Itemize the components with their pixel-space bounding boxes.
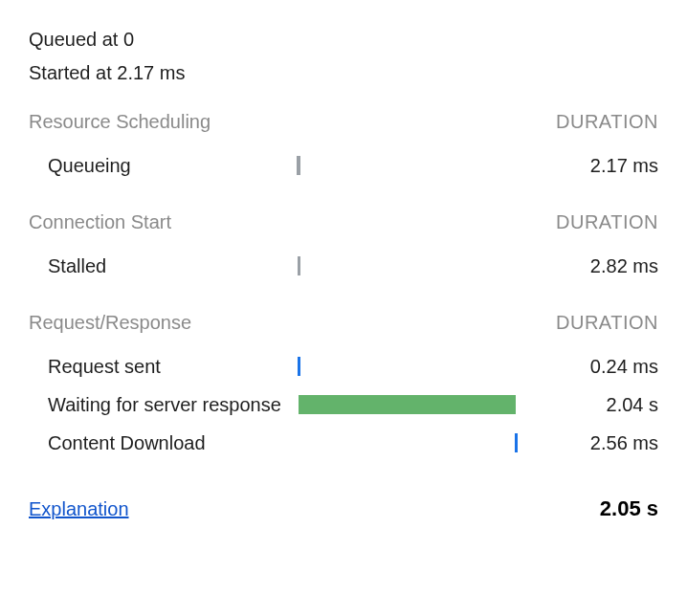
stalled-label: Stalled <box>29 255 297 277</box>
section-title: Request/Response <box>29 312 191 334</box>
section-header: Resource Scheduling DURATION <box>29 111 658 133</box>
explanation-link[interactable]: Explanation <box>29 498 129 520</box>
section-title: Resource Scheduling <box>29 111 211 133</box>
request-sent-label: Request sent <box>29 356 297 378</box>
stalled-bar-area <box>297 253 553 279</box>
duration-column-header: DURATION <box>556 111 658 133</box>
started-at: Started at 2.17 ms <box>29 62 658 84</box>
resource-scheduling-section: Resource Scheduling DURATION Queueing 2.… <box>29 111 658 185</box>
timing-header: Queued at 0 Started at 2.17 ms <box>29 29 658 84</box>
connection-start-section: Connection Start DURATION Stalled 2.82 m… <box>29 211 658 285</box>
waiting-row: Waiting for server response 2.04 s <box>29 385 658 424</box>
content-download-value: 2.56 ms <box>553 432 658 454</box>
duration-column-header: DURATION <box>556 312 658 334</box>
request-sent-value: 0.24 ms <box>553 356 658 378</box>
queueing-bar <box>297 156 300 175</box>
queueing-value: 2.17 ms <box>553 155 658 177</box>
request-response-section: Request/Response DURATION Request sent 0… <box>29 312 658 462</box>
section-title: Connection Start <box>29 211 171 233</box>
request-sent-bar-area <box>297 353 553 380</box>
content-download-bar <box>515 433 518 452</box>
section-header: Connection Start DURATION <box>29 211 658 233</box>
queued-at: Queued at 0 <box>29 29 658 51</box>
content-download-label: Content Download <box>29 432 297 454</box>
content-download-bar-area <box>297 429 553 456</box>
duration-column-header: DURATION <box>556 211 658 233</box>
stalled-row: Stalled 2.82 ms <box>29 247 658 285</box>
stalled-value: 2.82 ms <box>553 255 658 277</box>
queueing-bar-area <box>297 152 553 179</box>
stalled-bar <box>298 256 300 275</box>
section-header: Request/Response DURATION <box>29 312 658 334</box>
content-download-row: Content Download 2.56 ms <box>29 424 658 462</box>
waiting-bar <box>299 395 517 414</box>
waiting-label: Waiting for server response <box>29 394 297 416</box>
footer: Explanation 2.05 s <box>29 496 658 521</box>
waiting-bar-area <box>297 391 553 418</box>
request-sent-row: Request sent 0.24 ms <box>29 347 658 385</box>
queueing-label: Queueing <box>29 155 297 177</box>
waiting-value: 2.04 s <box>553 394 658 416</box>
total-duration: 2.05 s <box>600 496 658 521</box>
request-sent-bar <box>298 357 300 376</box>
queueing-row: Queueing 2.17 ms <box>29 146 658 185</box>
